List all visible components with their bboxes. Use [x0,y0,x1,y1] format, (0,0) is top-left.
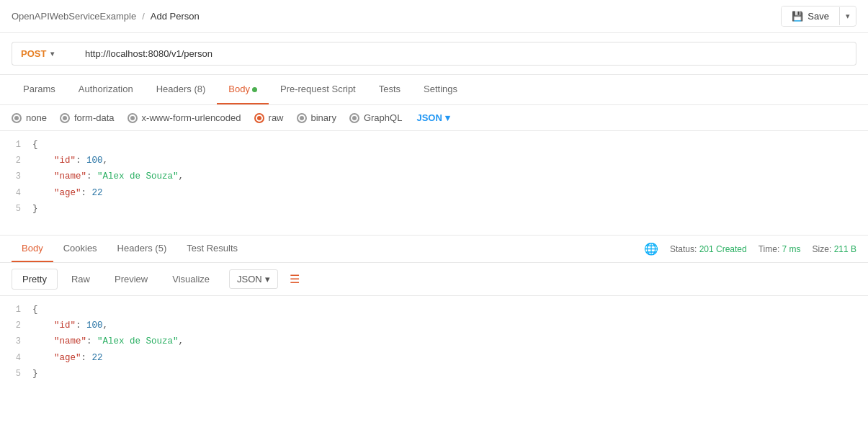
format-tab-preview[interactable]: Preview [104,269,158,290]
radio-binary [297,113,307,123]
response-tab-test-results[interactable]: Test Results [176,236,248,262]
format-tab-pretty[interactable]: Pretty [12,269,58,290]
body-type-form-data[interactable]: form-data [60,112,115,123]
tab-settings[interactable]: Settings [412,75,469,104]
format-tab-raw[interactable]: Raw [61,269,101,290]
breadcrumb-separator: / [142,11,145,22]
res-line-2: 2 "id": 100, [0,318,868,333]
response-section: Body Cookies Headers (5) Test Results 🌐 … [0,236,868,400]
tab-tests[interactable]: Tests [367,75,412,104]
url-input[interactable] [76,42,856,66]
body-type-none[interactable]: none [12,112,47,123]
size-label: Size: [813,244,832,254]
body-type-bar: none form-data x-www-form-urlencoded raw… [0,105,868,131]
save-button-group: 💾 Save ▾ [781,6,856,27]
response-tab-cookies[interactable]: Cookies [53,236,107,262]
response-body-editor: 1 { 2 "id": 100, 3 "name": "Alex de Souz… [0,296,868,400]
response-json-dropdown[interactable]: JSON ▾ [229,269,278,289]
top-bar: OpenAPIWebServiceExample / Add Person 💾 … [0,0,868,33]
res-line-1: 1 { [0,302,868,318]
wrap-icon[interactable]: ☰ [290,272,300,286]
tab-body[interactable]: Body [217,75,269,104]
time-label: Time: [759,244,780,254]
time-value: 7 ms [782,244,801,254]
json-dropdown-chevron-icon: ▾ [445,112,450,123]
status-label: Status: [670,244,697,254]
req-line-5: 5 } [0,201,868,217]
response-tab-headers[interactable]: Headers (5) [107,236,177,262]
breadcrumb-current: Add Person [151,11,200,22]
radio-none [12,113,22,123]
radio-form-data [60,113,70,123]
method-chevron-icon: ▾ [50,50,54,58]
save-button[interactable]: 💾 Save [782,6,839,26]
request-tabs: Params Authorization Headers (8) Body Pr… [0,75,868,105]
globe-icon: 🌐 [644,242,658,256]
body-type-raw[interactable]: raw [254,112,284,123]
url-bar: POST ▾ [0,33,868,75]
req-line-3: 3 "name": "Alex de Souza", [0,169,868,184]
tab-headers[interactable]: Headers (8) [145,75,218,104]
method-label: POST [21,48,46,59]
json-format-dropdown[interactable]: JSON ▾ [416,112,449,123]
body-type-binary[interactable]: binary [297,112,336,123]
status-code: 201 Created [699,244,747,254]
res-line-3: 3 "name": "Alex de Souza", [0,333,868,349]
response-json-chevron-icon: ▾ [265,274,270,285]
size-value: 211 B [834,244,856,254]
res-line-5: 5 } [0,366,868,382]
response-tabs-bar: Body Cookies Headers (5) Test Results 🌐 … [0,236,868,263]
body-badge [252,87,257,92]
body-type-graphql[interactable]: GraphQL [349,112,402,123]
res-line-4: 4 "age": 22 [0,350,868,366]
breadcrumb: OpenAPIWebServiceExample / Add Person [12,11,200,22]
tab-authorization[interactable]: Authorization [67,75,145,104]
radio-raw [254,113,264,123]
response-format-bar: Pretty Raw Preview Visualize JSON ▾ ☰ [0,263,868,296]
req-line-4: 4 "age": 22 [0,185,868,201]
format-tab-visualize[interactable]: Visualize [161,269,220,290]
body-type-urlencoded[interactable]: x-www-form-urlencoded [127,112,241,123]
save-icon: 💾 [792,11,803,22]
radio-graphql [349,113,359,123]
save-label: Save [807,11,829,22]
tab-pre-request-script[interactable]: Pre-request Script [269,75,367,104]
tab-params[interactable]: Params [12,75,67,104]
req-line-1: 1 { [0,137,868,153]
response-tab-body[interactable]: Body [12,236,53,262]
response-meta: 🌐 Status: 201 Created Time: 7 ms Size: 2… [644,242,856,256]
save-dropdown-button[interactable]: ▾ [839,7,856,25]
radio-urlencoded [127,113,138,123]
request-body-editor: 1 { 2 "id": 100, 3 "name": "Alex de Souz… [0,131,868,236]
method-select[interactable]: POST ▾ [12,42,76,66]
breadcrumb-parent[interactable]: OpenAPIWebServiceExample [12,11,136,22]
req-line-2: 2 "id": 100, [0,153,868,169]
